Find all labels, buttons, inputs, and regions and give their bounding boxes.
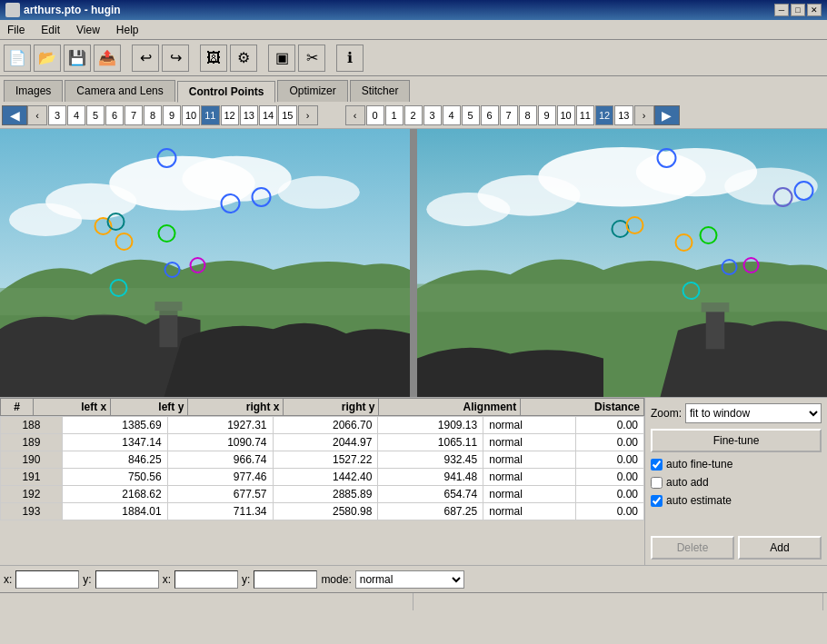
table-row[interactable]: 190 846.25 966.74 1527.22 932.45 normal … xyxy=(1,451,644,469)
nav-right-11[interactable]: 11 xyxy=(576,105,594,125)
minimize-button[interactable]: ─ xyxy=(774,4,789,16)
image-nav-bar: ◀ ‹ 3 4 5 6 7 8 9 10 11 12 13 14 15 › ‹ … xyxy=(0,102,827,129)
nav-left-7[interactable]: 7 xyxy=(125,105,143,125)
table-row[interactable]: 191 750.56 977.46 1442.40 941.48 normal … xyxy=(1,469,644,486)
left-image-panel[interactable] xyxy=(0,129,410,397)
menu-view[interactable]: View xyxy=(73,23,104,37)
image-separator xyxy=(410,129,417,397)
nav-left-13[interactable]: 13 xyxy=(240,105,258,125)
nav-right-9[interactable]: 9 xyxy=(538,105,556,125)
col-header-id[interactable]: # xyxy=(1,399,34,416)
nav-right-5[interactable]: 5 xyxy=(462,105,480,125)
left-y-input[interactable] xyxy=(95,570,159,589)
maximize-button[interactable]: □ xyxy=(791,4,805,16)
nav-right-3[interactable]: 3 xyxy=(423,105,442,125)
undo-button[interactable]: ↩ xyxy=(132,45,159,72)
right-image-panel[interactable] xyxy=(417,129,827,397)
stitch-button[interactable]: ⚙ xyxy=(230,45,257,72)
redo-button[interactable]: ↪ xyxy=(162,45,189,72)
nav-left-11[interactable]: 11 xyxy=(201,105,219,125)
cell-id: 193 xyxy=(1,503,63,520)
tab-stitcher[interactable]: Stitcher xyxy=(350,80,411,102)
table-scroll[interactable]: 188 1385.69 1927.31 2066.70 1909.13 norm… xyxy=(0,416,644,557)
svg-point-2 xyxy=(182,156,291,202)
nav-left-8[interactable]: 8 xyxy=(144,105,162,125)
delete-button[interactable]: Delete xyxy=(651,536,734,560)
table-row[interactable]: 189 1347.14 1090.74 2044.97 1065.11 norm… xyxy=(1,434,644,451)
nav-left-3[interactable]: 3 xyxy=(48,105,66,125)
nav-right-0[interactable]: 0 xyxy=(366,105,384,125)
open-button[interactable]: 📂 xyxy=(34,45,61,72)
cell-id: 192 xyxy=(1,486,63,503)
cell-rx: 2885.89 xyxy=(273,486,378,503)
fit-button[interactable]: ▣ xyxy=(268,45,295,72)
right-x-input[interactable] xyxy=(174,570,238,589)
cell-lx: 1884.01 xyxy=(62,503,167,520)
nav-right-12[interactable]: 12 xyxy=(595,105,613,125)
preview-button[interactable]: 🖼 xyxy=(200,45,227,72)
new-button[interactable]: 📄 xyxy=(4,45,31,72)
col-header-rx[interactable]: right x xyxy=(188,399,284,416)
nav-right-prev[interactable]: ‹ xyxy=(345,105,365,125)
close-button[interactable]: ✕ xyxy=(807,4,822,16)
nav-left-9[interactable]: 9 xyxy=(163,105,181,125)
right-image-svg xyxy=(417,129,827,397)
status-right xyxy=(414,593,823,610)
tab-optimizer[interactable]: Optimizer xyxy=(277,80,347,102)
menu-edit[interactable]: Edit xyxy=(37,23,64,37)
table-row[interactable]: 193 1884.01 711.34 2580.98 687.25 normal… xyxy=(1,503,644,520)
cell-lx: 2168.62 xyxy=(62,486,167,503)
table-row[interactable]: 188 1385.69 1927.31 2066.70 1909.13 norm… xyxy=(1,417,644,434)
cell-id: 191 xyxy=(1,469,63,486)
nav-left-4[interactable]: 4 xyxy=(67,105,85,125)
tab-images[interactable]: Images xyxy=(4,80,63,102)
nav-left-5[interactable]: 5 xyxy=(86,105,105,125)
nav-left-10[interactable]: 10 xyxy=(182,105,200,125)
tab-control-points[interactable]: Control Points xyxy=(177,81,276,103)
nav-left-15[interactable]: 15 xyxy=(278,105,296,125)
export-button[interactable]: 📤 xyxy=(94,45,121,72)
auto-estimate-checkbox[interactable] xyxy=(651,495,663,507)
col-header-lx[interactable]: left x xyxy=(34,399,111,416)
zoom-select[interactable]: fit to window 25% 50% 75% 100% 150% 200% xyxy=(685,403,822,423)
nav-right-2[interactable]: 2 xyxy=(404,105,423,125)
tab-bar: Images Camera and Lens Control Points Op… xyxy=(0,76,827,102)
nav-left-next[interactable]: › xyxy=(298,105,318,125)
nav-right-7[interactable]: 7 xyxy=(500,105,518,125)
nav-left-6[interactable]: 6 xyxy=(105,105,124,125)
fine-tune-button[interactable]: Fine-tune xyxy=(651,429,822,452)
table-row[interactable]: 192 2168.62 677.57 2885.89 654.74 normal… xyxy=(1,486,644,503)
cell-rx: 1527.22 xyxy=(273,451,378,469)
mode-select[interactable]: normal vertical horizontal xyxy=(355,570,464,589)
col-header-ly[interactable]: left y xyxy=(111,399,188,416)
auto-fine-tune-checkbox[interactable] xyxy=(651,459,663,471)
nav-left-12[interactable]: 12 xyxy=(221,105,239,125)
nav-right-next[interactable]: › xyxy=(634,105,654,125)
menu-file[interactable]: File xyxy=(4,23,28,37)
nav-right-6[interactable]: 6 xyxy=(481,105,499,125)
nav-left-back[interactable]: ◀ xyxy=(2,105,27,125)
cell-align: normal xyxy=(483,417,576,434)
left-x-input[interactable] xyxy=(15,570,79,589)
nav-right-1[interactable]: 1 xyxy=(385,105,404,125)
auto-add-checkbox[interactable] xyxy=(651,477,663,489)
info-button[interactable]: ℹ xyxy=(336,45,364,72)
add-button[interactable]: Add xyxy=(738,536,822,560)
nav-right-10[interactable]: 10 xyxy=(557,105,575,125)
menu-help[interactable]: Help xyxy=(113,23,143,37)
col-header-ry[interactable]: right y xyxy=(284,399,379,416)
nav-right-4[interactable]: 4 xyxy=(443,105,461,125)
nav-left-prev[interactable]: ‹ xyxy=(27,105,47,125)
col-header-dist[interactable]: Distance xyxy=(521,399,644,416)
crop-button[interactable]: ✂ xyxy=(298,45,325,72)
cell-ry: 654.74 xyxy=(378,486,483,503)
right-y-input[interactable] xyxy=(254,570,317,589)
auto-estimate-label: auto estimate xyxy=(666,494,732,507)
nav-right-8[interactable]: 8 xyxy=(519,105,537,125)
nav-right-fwd[interactable]: ▶ xyxy=(654,105,680,125)
nav-right-13[interactable]: 13 xyxy=(614,105,633,125)
tab-camera-lens[interactable]: Camera and Lens xyxy=(65,80,174,102)
save-button[interactable]: 💾 xyxy=(64,45,91,72)
nav-left-14[interactable]: 14 xyxy=(259,105,277,125)
col-header-align[interactable]: Alignment xyxy=(379,399,521,416)
